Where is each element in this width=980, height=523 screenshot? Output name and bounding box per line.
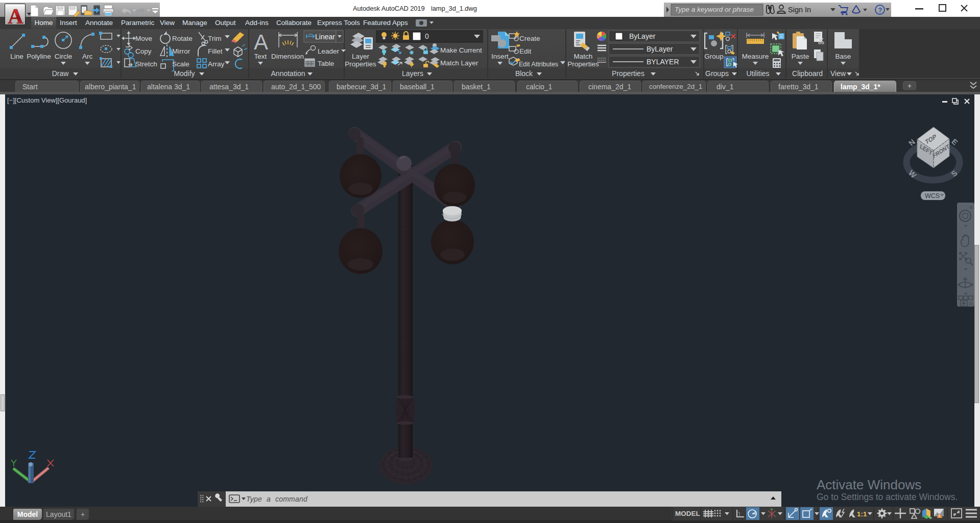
svg-text:Groups: Groups xyxy=(705,69,729,78)
svg-text:Measure: Measure xyxy=(742,53,769,60)
svg-text:Properties: Properties xyxy=(567,60,599,68)
svg-text:Create: Create xyxy=(519,35,540,42)
svg-text:Scale: Scale xyxy=(172,60,189,68)
svg-text:Rotate: Rotate xyxy=(172,35,193,42)
svg-text:A: A xyxy=(8,5,23,26)
svg-text:ByLayer: ByLayer xyxy=(647,45,673,53)
svg-text:Dimension: Dimension xyxy=(271,53,304,60)
svg-text:0: 0 xyxy=(425,32,429,40)
svg-text:Linear: Linear xyxy=(315,33,335,41)
svg-text:Draw: Draw xyxy=(52,69,69,78)
svg-text:Match Layer: Match Layer xyxy=(440,59,479,67)
svg-text:Properties: Properties xyxy=(612,69,644,78)
svg-text:Utilities: Utilities xyxy=(746,69,769,78)
svg-text:Make Current: Make Current xyxy=(440,46,482,54)
svg-text:Group: Group xyxy=(704,53,724,60)
svg-text:Clipboard: Clipboard xyxy=(792,69,823,78)
svg-text:Sign In: Sign In xyxy=(788,6,811,14)
svg-text:Leader: Leader xyxy=(318,47,340,55)
svg-text:Match: Match xyxy=(574,53,593,60)
svg-text:ByLayer: ByLayer xyxy=(629,32,656,40)
svg-text:?: ? xyxy=(878,6,882,14)
svg-text:Circle: Circle xyxy=(55,53,73,60)
svg-text:A: A xyxy=(254,30,268,54)
svg-text:!: ! xyxy=(939,514,940,518)
svg-text:Layer: Layer xyxy=(352,53,369,60)
svg-text:BYLAYER: BYLAYER xyxy=(647,58,679,66)
svg-text:Trim: Trim xyxy=(208,35,222,42)
svg-text:1:1: 1:1 xyxy=(857,510,867,518)
svg-text:Base: Base xyxy=(835,53,851,60)
svg-text:Annotation: Annotation xyxy=(271,69,305,78)
svg-text:Layers: Layers xyxy=(402,69,423,78)
svg-text:Text: Text xyxy=(254,53,267,60)
svg-text:E: E xyxy=(950,137,960,146)
svg-text:Paste: Paste xyxy=(792,53,809,60)
svg-text:Fillet: Fillet xyxy=(208,47,223,55)
svg-text:Polyline: Polyline xyxy=(27,53,51,60)
svg-text:Type a keyword or phrase: Type a keyword or phrase xyxy=(675,6,754,13)
svg-text:Arc: Arc xyxy=(82,53,93,60)
svg-text:Edit: Edit xyxy=(519,47,532,55)
svg-text:Stretch: Stretch xyxy=(135,60,157,68)
svg-text:Type a command: Type a command xyxy=(246,495,308,503)
svg-text:Insert: Insert xyxy=(491,53,509,60)
svg-text:Move: Move xyxy=(135,35,152,42)
svg-text:Edit Attributes: Edit Attributes xyxy=(519,61,558,68)
svg-text:Copy: Copy xyxy=(135,47,152,55)
svg-text:Block: Block xyxy=(515,69,533,78)
svg-text:Modify: Modify xyxy=(174,69,195,78)
svg-text:Line: Line xyxy=(10,53,23,60)
svg-text:Properties: Properties xyxy=(345,60,376,68)
svg-text:WCS: WCS xyxy=(925,192,940,200)
svg-text:View: View xyxy=(830,69,846,78)
svg-text:MODEL: MODEL xyxy=(675,510,700,517)
svg-text:Mirror: Mirror xyxy=(172,47,190,55)
svg-text:Table: Table xyxy=(318,60,334,67)
svg-text:Array: Array xyxy=(208,60,225,68)
